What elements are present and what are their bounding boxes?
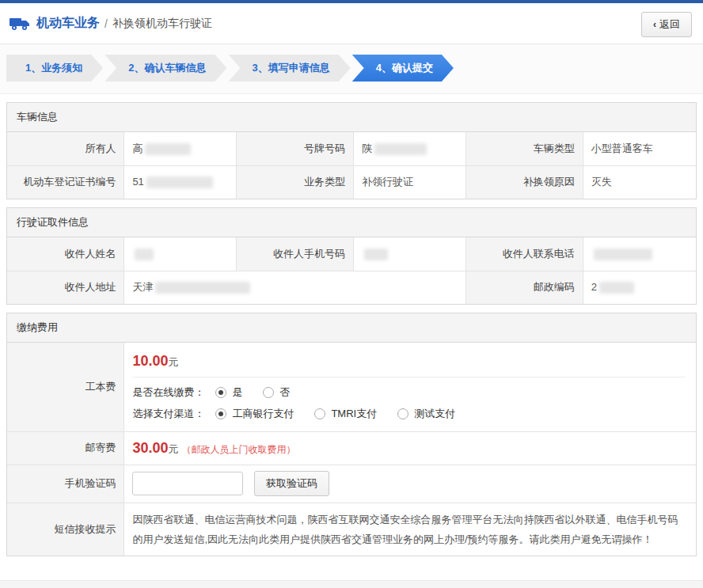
radio-online-no[interactable]: 否 <box>263 385 290 400</box>
field-value-business-type: 补领行驶证 <box>354 165 466 199</box>
content: 车辆信息 所有人 高 号牌号码 陕 车辆类型 小型普通客车 机动车登记证书编号 … <box>0 94 703 588</box>
online-pay-row: 是否在线缴费： 是 否 <box>132 385 685 400</box>
chevron-left-icon: ‹ <box>653 19 656 30</box>
field-label: 收件人联系电话 <box>466 237 583 271</box>
sms-notice-text: 因陕西省联通、电信运营商技术问题，陕西省互联网交通安全综合服务管理平台无法向持陕… <box>124 503 696 556</box>
radio-channel-icbc[interactable]: 工商银行支付 <box>215 407 294 421</box>
field-value-recipient-phone <box>583 237 696 271</box>
postage-fee-cell: 30.00元（邮政人员上门收取费用） <box>124 431 696 465</box>
step-tab-1[interactable]: 1、业务须知 <box>6 55 103 82</box>
field-label: 收件人手机号码 <box>237 237 354 271</box>
table-row: 所有人 高 号牌号码 陕 车辆类型 小型普通客车 <box>7 132 696 165</box>
section-fees: 缴纳费用 工本费 10.00元 是否在线缴费： 是 <box>6 313 697 556</box>
step-tab-4[interactable]: 4、确认提交 <box>352 55 454 82</box>
production-fee-amount: 10.00元 <box>132 353 685 370</box>
header: 机动车业务 / 补换领机动车行驶证 ‹返回 <box>0 3 703 44</box>
breadcrumb-main[interactable]: 机动车业务 <box>36 15 100 32</box>
step-tabs: 1、业务须知 2、确认车辆信息 3、填写申请信息 4、确认提交 <box>0 44 703 94</box>
table-row: 工本费 10.00元 是否在线缴费： 是 <box>7 343 696 431</box>
field-label: 车辆类型 <box>466 132 583 165</box>
vehicle-info-table: 所有人 高 号牌号码 陕 车辆类型 小型普通客车 机动车登记证书编号 51 业务… <box>7 132 696 199</box>
field-value-plate: 陕 <box>354 132 466 165</box>
redacted-block <box>135 248 154 260</box>
breadcrumb-sub: 补换领机动车行驶证 <box>112 17 212 31</box>
section-pickup-info: 行驶证取件信息 收件人姓名 收件人手机号码 收件人联系电话 收件人地址 天津 邮… <box>6 207 697 305</box>
field-label: 机动车登记证书编号 <box>7 165 124 199</box>
breadcrumb-separator: / <box>104 17 108 30</box>
redacted-block <box>155 282 250 294</box>
field-label: 邮寄费 <box>7 431 124 465</box>
radio-icon <box>215 408 226 419</box>
redacted-block <box>364 248 388 260</box>
field-value-recipient-mobile <box>354 237 466 271</box>
section-title: 缴纳费用 <box>7 313 696 343</box>
field-label: 所有人 <box>7 132 124 165</box>
online-pay-question: 是否在线缴费： <box>132 385 204 400</box>
field-label: 手机验证码 <box>7 465 124 503</box>
field-value-reason: 灭失 <box>583 165 696 199</box>
table-row: 手机验证码 获取验证码 <box>7 465 696 503</box>
redacted-block <box>146 176 213 188</box>
field-value-vehicle-type: 小型普通客车 <box>583 132 696 165</box>
divider <box>132 377 685 377</box>
table-row: 收件人地址 天津 邮政编码 2 <box>7 271 696 304</box>
radio-icon <box>397 408 408 419</box>
radio-online-yes[interactable]: 是 <box>215 385 242 400</box>
step-tab-3[interactable]: 3、填写申请信息 <box>228 55 350 82</box>
back-button-label: 返回 <box>659 18 680 30</box>
radio-icon <box>263 387 274 398</box>
pay-channel-row: 选择支付渠道： 工商银行支付 TMRI支付 测试支付 <box>132 407 685 421</box>
field-label: 收件人地址 <box>7 271 124 304</box>
table-row: 短信接收提示 因陕西省联通、电信运营商技术问题，陕西省互联网交通安全综合服务管理… <box>7 503 696 556</box>
section-title: 车辆信息 <box>7 103 696 132</box>
bottom-strip <box>0 580 703 588</box>
field-label: 号牌号码 <box>237 132 354 165</box>
get-captcha-button[interactable]: 获取验证码 <box>254 471 329 496</box>
fees-table: 工本费 10.00元 是否在线缴费： 是 <box>7 343 696 556</box>
field-label: 业务类型 <box>237 165 354 199</box>
field-value-cert-number: 51 <box>124 165 237 199</box>
truck-icon <box>10 16 30 32</box>
page: 机动车业务 / 补换领机动车行驶证 ‹返回 1、业务须知 2、确认车辆信息 3、… <box>0 0 703 588</box>
field-value-recipient-name <box>124 237 237 271</box>
table-row: 邮寄费 30.00元（邮政人员上门收取费用） <box>7 431 696 465</box>
pickup-info-table: 收件人姓名 收件人手机号码 收件人联系电话 收件人地址 天津 邮政编码 2 <box>7 237 696 304</box>
back-button[interactable]: ‹返回 <box>641 12 692 37</box>
redacted-block <box>374 143 427 155</box>
field-label: 工本费 <box>7 343 124 431</box>
redacted-block <box>145 143 191 155</box>
radio-icon <box>215 387 226 398</box>
section-title: 行驶证取件信息 <box>7 208 696 237</box>
field-label: 收件人姓名 <box>7 237 124 271</box>
table-row: 机动车登记证书编号 51 业务类型 补领行驶证 补换领原因 灭失 <box>7 165 696 199</box>
field-value-recipient-address: 天津 <box>124 271 466 304</box>
section-vehicle-info: 车辆信息 所有人 高 号牌号码 陕 车辆类型 小型普通客车 机动车登记证书编号 … <box>6 102 697 199</box>
postage-fee-note: （邮政人员上门收取费用） <box>181 444 295 455</box>
table-row: 收件人姓名 收件人手机号码 收件人联系电话 <box>7 237 696 271</box>
field-label: 邮政编码 <box>466 271 583 304</box>
field-value-postcode: 2 <box>583 271 696 304</box>
radio-icon <box>314 408 325 419</box>
field-label: 补换领原因 <box>466 165 583 199</box>
redacted-block <box>599 282 634 294</box>
production-fee-cell: 10.00元 是否在线缴费： 是 否 <box>124 343 696 431</box>
pay-channel-question: 选择支付渠道： <box>132 407 204 421</box>
field-value-owner: 高 <box>124 132 237 165</box>
captcha-input[interactable] <box>132 472 243 495</box>
captcha-cell: 获取验证码 <box>124 465 696 503</box>
field-label: 短信接收提示 <box>7 503 124 556</box>
step-tab-2[interactable]: 2、确认车辆信息 <box>104 55 226 82</box>
postage-fee-amount: 30.00 <box>132 440 168 456</box>
redacted-block <box>594 248 652 260</box>
radio-channel-tmri[interactable]: TMRI支付 <box>314 407 377 421</box>
radio-channel-test[interactable]: 测试支付 <box>397 407 455 421</box>
